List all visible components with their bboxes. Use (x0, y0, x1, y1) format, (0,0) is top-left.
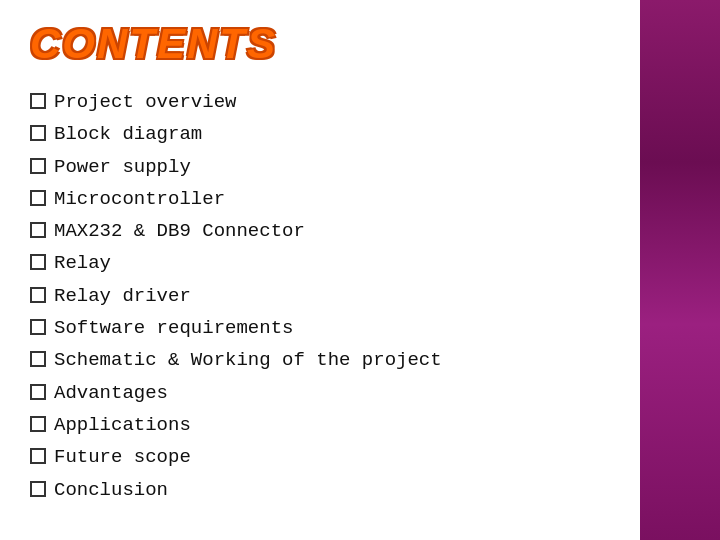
menu-item-10: Applications (30, 409, 610, 441)
menu-item-4: MAX232 & DB9 Connector (30, 215, 610, 247)
checkbox-icon (30, 416, 46, 432)
menu-item-6: Relay driver (30, 280, 610, 312)
main-content: CONTENTS Project overviewBlock diagramPo… (0, 0, 640, 540)
menu-item-11: Future scope (30, 441, 610, 473)
menu-item-12: Conclusion (30, 474, 610, 506)
sidebar (640, 0, 720, 540)
menu-item-7: Software requirements (30, 312, 610, 344)
menu-item-1: Block diagram (30, 118, 610, 150)
checkbox-icon (30, 448, 46, 464)
checkbox-icon (30, 319, 46, 335)
checkbox-icon (30, 254, 46, 270)
menu-item-8: Schematic & Working of the project (30, 344, 610, 376)
menu-item-2: Power supply (30, 151, 610, 183)
checkbox-icon (30, 351, 46, 367)
checkbox-icon (30, 125, 46, 141)
checkbox-icon (30, 481, 46, 497)
checkbox-icon (30, 158, 46, 174)
menu-item-3: Microcontroller (30, 183, 610, 215)
checkbox-icon (30, 222, 46, 238)
checkbox-icon (30, 384, 46, 400)
checkbox-icon (30, 190, 46, 206)
menu-item-0: Project overview (30, 86, 610, 118)
checkbox-icon (30, 93, 46, 109)
contents-list: Project overviewBlock diagramPower suppl… (30, 86, 610, 506)
checkbox-icon (30, 287, 46, 303)
menu-item-5: Relay (30, 247, 610, 279)
page-title: CONTENTS (30, 20, 610, 68)
menu-item-9: Advantages (30, 377, 610, 409)
